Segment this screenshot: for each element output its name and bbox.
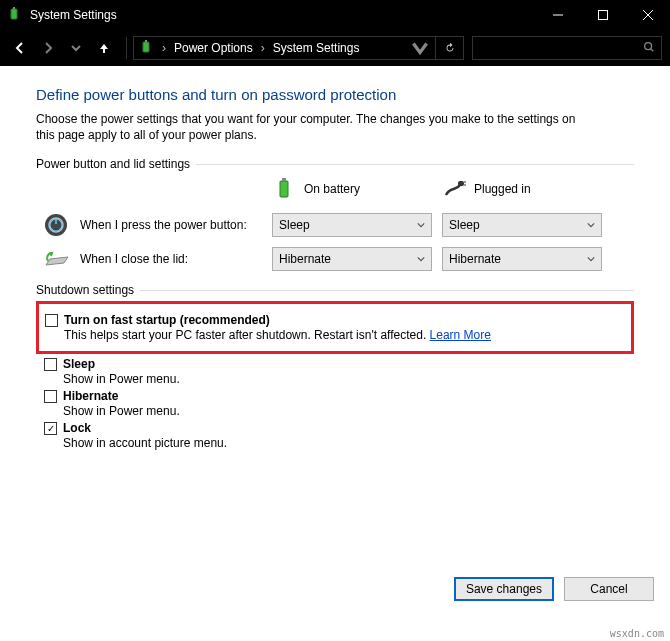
column-headers: On battery Plugged in [36,177,634,201]
svg-rect-0 [11,9,17,19]
cancel-button[interactable]: Cancel [564,577,654,601]
chevron-right-icon[interactable]: › [160,41,168,55]
title-bar: System Settings [0,0,670,30]
checkbox-input[interactable] [44,358,57,371]
select-power-button-battery[interactable]: Sleep [272,213,432,237]
navigation-bar: › Power Options › System Settings [0,30,670,66]
close-button[interactable] [625,0,670,30]
svg-rect-12 [458,181,464,186]
recent-locations-button[interactable] [64,36,88,60]
checkbox-input[interactable] [45,314,58,327]
minimize-button[interactable] [535,0,580,30]
select-lid-battery[interactable]: Hibernate [272,247,432,271]
page-intro: Choose the power settings that you want … [36,111,596,143]
column-plugged-in: Plugged in [442,177,612,201]
svg-rect-6 [143,42,149,52]
maximize-button[interactable] [580,0,625,30]
forward-button[interactable] [36,36,60,60]
svg-rect-10 [280,181,288,197]
checkbox-input[interactable] [44,390,57,403]
search-input[interactable] [472,36,662,60]
learn-more-link[interactable]: Learn More [430,328,491,342]
column-on-battery: On battery [272,177,442,201]
address-dropdown-button[interactable] [409,37,431,59]
refresh-button[interactable] [436,36,464,60]
chevron-right-icon[interactable]: › [259,41,267,55]
power-options-icon [138,40,154,56]
checkbox-sleep: Sleep Show in Power menu. [44,357,634,386]
checkbox-input[interactable] [44,422,57,435]
svg-rect-1 [13,7,15,9]
page-heading: Define power buttons and turn on passwor… [36,86,634,103]
checkbox-lock: Lock Show in account picture menu. [44,421,634,450]
svg-point-8 [645,42,652,49]
content-area: Define power buttons and turn on passwor… [0,66,670,607]
section-power-buttons: Power button and lid settings [36,157,634,171]
up-button[interactable] [92,36,116,60]
svg-rect-11 [282,178,286,181]
svg-rect-3 [598,11,607,20]
plug-icon [442,177,466,201]
row-close-lid: When I close the lid: Hibernate Hibernat… [36,245,634,273]
checkbox-hibernate: Hibernate Show in Power menu. [44,389,634,418]
breadcrumb-power-options[interactable]: Power Options [168,41,259,55]
power-button-icon [42,211,70,239]
highlighted-fast-startup: Turn on fast startup (recommended) This … [36,301,634,354]
row-power-button: When I press the power button: Sleep Sle… [36,211,634,239]
svg-line-9 [651,48,654,51]
footer-buttons: Save changes Cancel [454,577,654,601]
breadcrumb-system-settings[interactable]: System Settings [267,41,366,55]
checkbox-fast-startup: Turn on fast startup (recommended) This … [45,313,625,342]
divider [126,37,127,59]
section-shutdown: Shutdown settings [36,283,634,297]
back-button[interactable] [8,36,32,60]
address-bar[interactable]: › Power Options › System Settings [133,36,436,60]
row-label: When I press the power button: [80,218,247,232]
search-icon [643,41,655,56]
row-label: When I close the lid: [80,252,188,266]
svg-rect-7 [145,40,147,42]
laptop-lid-icon [42,245,70,273]
power-options-icon [6,7,22,23]
select-power-button-plugged[interactable]: Sleep [442,213,602,237]
watermark: wsxdn.com [610,628,664,639]
save-changes-button[interactable]: Save changes [454,577,554,601]
battery-icon [272,177,296,201]
select-lid-plugged[interactable]: Hibernate [442,247,602,271]
window-title: System Settings [30,8,535,22]
